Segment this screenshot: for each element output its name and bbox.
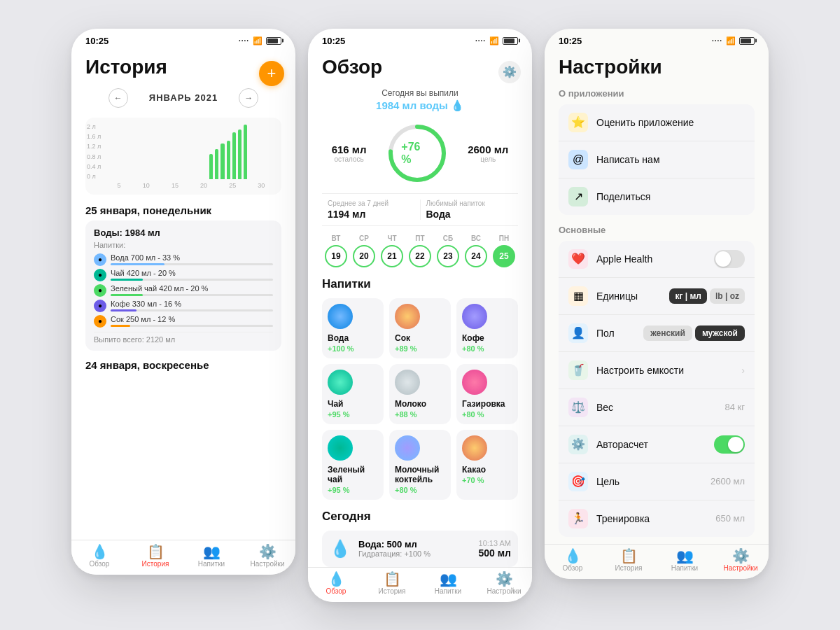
week-day-ВС[interactable]: ВС 24 <box>465 234 487 267</box>
chart-bar <box>244 125 247 179</box>
week-day-circle: 21 <box>381 245 403 267</box>
week-day-label: ВС <box>471 234 481 242</box>
water-drop: 💧 <box>329 538 351 560</box>
settings-icon-Пол: 👤 <box>568 323 588 343</box>
chart-bar <box>215 149 218 179</box>
tab-напитки[interactable]: 👥 Напитки <box>183 545 239 568</box>
drink-card-pct: +95 % <box>328 486 350 494</box>
tab-обзор[interactable]: 💧 Обзор <box>71 545 127 568</box>
settings-icon-Поделиться: ↗ <box>568 187 588 206</box>
next-month-btn[interactable]: → <box>239 88 258 108</box>
tab-bar-history: 💧 Обзор 📋 История 👥 Напитки ⚙️ Настройки <box>71 540 295 575</box>
drink-card[interactable]: Чай +95 % <box>322 364 384 424</box>
settings-row-Цель[interactable]: 🎯 Цель 2600 мл <box>559 463 755 500</box>
drink-bar-bg <box>111 294 273 296</box>
time-history: 10:25 <box>85 36 108 46</box>
tab-label-Обзор: Обзор <box>90 560 110 568</box>
tab-история[interactable]: 📋 История <box>364 572 420 595</box>
week-day-label: СБ <box>443 234 453 242</box>
circle-left: 616 мл осталось <box>332 144 367 163</box>
week-day-label: ПН <box>499 234 509 242</box>
time-settings: 10:25 <box>559 36 582 46</box>
circle-right-label: цель <box>468 155 508 163</box>
circle-right: 2600 мл цель <box>468 144 508 163</box>
tab-обзор[interactable]: 💧 Обзор <box>308 572 364 595</box>
tab-label-Обзор: Обзор <box>326 587 346 595</box>
wifi-history: 📶 <box>253 36 262 46</box>
drink-card-name: Вода <box>328 333 349 343</box>
toggle-Apple Health[interactable] <box>714 250 745 268</box>
gender-option[interactable]: мужской <box>695 326 745 341</box>
settings-icon-Единицы: ▦ <box>568 286 588 306</box>
tab-настройки[interactable]: ⚙️ Настройки <box>476 572 532 595</box>
drink-card[interactable]: Молочный коктейль +80 % <box>389 430 451 500</box>
week-day-circle: 25 <box>493 245 515 267</box>
drink-dot: ● <box>94 284 106 297</box>
toggle-Авторасчет[interactable] <box>714 435 745 454</box>
overview-subtitle: Сегодня вы выпили <box>322 88 518 98</box>
settings-row-Тренировка[interactable]: 🏃 Тренировка 650 мл <box>559 500 755 537</box>
tab-история[interactable]: 📋 История <box>127 545 183 568</box>
status-bar-overview: 10:25 ···· 📶 <box>308 29 532 50</box>
avg-right-value: Вода <box>426 209 513 220</box>
day-water-1: Воды: 1984 мл <box>94 227 273 238</box>
tab-обзор[interactable]: 💧 Обзор <box>545 549 601 572</box>
drink-card[interactable]: Зеленый чай +95 % <box>322 430 384 500</box>
battery-history <box>266 37 281 45</box>
week-day-label: ВТ <box>332 234 341 242</box>
tab-bar-overview: 💧 Обзор 📋 История 👥 Напитки ⚙️ Настройки <box>308 567 532 602</box>
week-day-ПТ[interactable]: ПТ 22 <box>409 234 431 267</box>
tab-напитки[interactable]: 👥 Напитки <box>420 572 476 595</box>
day-section-1: 25 января, понедельник Воды: 1984 мл Нап… <box>85 204 281 351</box>
drink-card-name: Сок <box>395 333 410 343</box>
week-day-СР[interactable]: СР 20 <box>353 234 375 267</box>
circle-wrapper: 616 мл осталось +76 % 2600 мл цель <box>322 122 518 185</box>
seg-option[interactable]: lb | oz <box>710 288 745 304</box>
tab-icon-Настройки: ⚙️ <box>732 549 750 563</box>
tab-настройки[interactable]: ⚙️ Настройки <box>239 545 295 568</box>
drink-bar-fill <box>111 309 136 312</box>
circle-left-value: 616 мл <box>332 144 367 155</box>
drink-card[interactable]: Какао +70 % <box>456 430 518 500</box>
tab-настройки[interactable]: ⚙️ Настройки <box>713 549 769 572</box>
drink-card-name: Молоко <box>395 399 426 409</box>
tab-icon-Настройки: ⚙️ <box>496 572 513 586</box>
add-entry-fab[interactable]: + <box>259 61 284 86</box>
settings-row-Пол[interactable]: 👤 Пол женскиймужской <box>559 315 755 352</box>
week-day-ПН[interactable]: ПН 25 <box>493 234 515 267</box>
settings-row-Настроить емкости[interactable]: 🥤 Настроить емкости › <box>559 352 755 389</box>
settings-label: Авторасчет <box>596 439 706 450</box>
settings-row-Apple Health[interactable]: ❤️ Apple Health <box>559 241 755 278</box>
drink-card-pct: +80 % <box>462 410 484 419</box>
drink-card[interactable]: Молоко +88 % <box>389 364 451 424</box>
drink-text: Вода 700 мл - 33 % <box>111 253 273 262</box>
drink-card[interactable]: Вода +100 % <box>322 298 384 358</box>
week-day-СБ[interactable]: СБ 23 <box>437 234 459 267</box>
drink-bar-fill <box>111 279 143 281</box>
tab-icon-Напитки: 👥 <box>203 545 220 559</box>
tab-история[interactable]: 📋 История <box>601 549 657 572</box>
drink-dot: ● <box>94 253 106 266</box>
drink-bar-fill <box>111 325 130 327</box>
drink-card[interactable]: Кофе +80 % <box>456 298 518 358</box>
signal-dots-3: ···· <box>712 37 722 45</box>
week-day-ВТ[interactable]: ВТ 19 <box>325 234 347 267</box>
settings-row-value: 650 мл <box>715 513 745 524</box>
settings-row-Вес[interactable]: ⚖️ Вес 84 кг <box>559 389 755 426</box>
status-icons-settings: ···· 📶 <box>712 36 755 46</box>
settings-row-Оценить приложение: ⭐ Оценить приложение <box>559 104 755 141</box>
week-day-ЧТ[interactable]: ЧТ 21 <box>381 234 403 267</box>
prev-month-btn[interactable]: ← <box>108 88 128 108</box>
settings-row-Авторасчет[interactable]: ⚙️ Авторасчет <box>559 426 755 463</box>
drink-card-pct: +88 % <box>395 410 417 419</box>
drink-card[interactable]: Газировка +80 % <box>456 364 518 424</box>
today-section-title: Сегодня <box>322 510 518 524</box>
settings-label: Apple Health <box>596 253 706 265</box>
gender-option[interactable]: женский <box>643 326 692 341</box>
drink-card[interactable]: Сок +89 % <box>389 298 451 358</box>
tab-напитки[interactable]: 👥 Напитки <box>657 549 713 572</box>
seg-option[interactable]: кг | мл <box>669 288 707 304</box>
overview-screen: 10:25 ···· 📶 ⚙️ Обзор Сегодня вы выпили … <box>308 29 532 602</box>
settings-gear-overview[interactable]: ⚙️ <box>498 61 521 83</box>
settings-row-Единицы[interactable]: ▦ Единицы кг | млlb | oz <box>559 278 755 315</box>
